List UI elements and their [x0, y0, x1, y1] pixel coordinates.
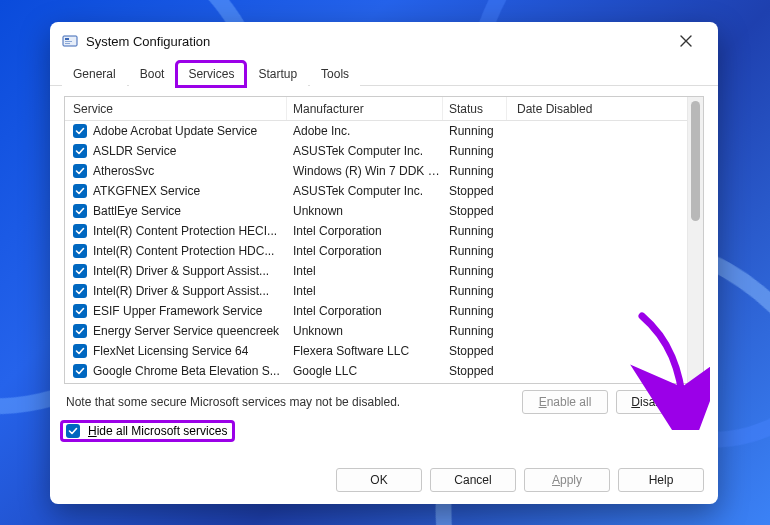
service-manufacturer: Intel [287, 284, 443, 298]
service-manufacturer: Intel Corporation [287, 244, 443, 258]
service-row[interactable]: Intel(R) Driver & Support Assist...Intel… [65, 281, 687, 301]
service-status: Running [443, 164, 507, 178]
dialog-buttons: OK Cancel Apply Help [50, 460, 718, 504]
app-icon [62, 33, 78, 49]
service-status: Running [443, 224, 507, 238]
titlebar: System Configuration [50, 22, 718, 60]
service-row[interactable]: BattlEye ServiceUnknownStopped [65, 201, 687, 221]
row-checkbox[interactable] [73, 144, 87, 158]
service-name: ASLDR Service [93, 144, 176, 158]
row-checkbox[interactable] [73, 184, 87, 198]
service-manufacturer: ASUSTek Computer Inc. [287, 184, 443, 198]
tab-services[interactable]: Services [177, 62, 245, 86]
service-name: Intel(R) Content Protection HDC... [93, 244, 274, 258]
apply-button[interactable]: Apply [524, 468, 610, 492]
row-checkbox[interactable] [73, 264, 87, 278]
column-headers: Service Manufacturer Status Date Disable… [65, 97, 687, 121]
svg-rect-2 [65, 41, 72, 42]
service-row[interactable]: Google Chrome Beta Elevation S...Google … [65, 361, 687, 381]
service-manufacturer: Adobe Inc. [287, 124, 443, 138]
vertical-scrollbar[interactable] [687, 97, 703, 383]
service-row[interactable]: Intel(R) Driver & Support Assist...Intel… [65, 261, 687, 281]
service-manufacturer: Google LLC [287, 364, 443, 378]
service-name: ATKGFNEX Service [93, 184, 200, 198]
tab-strip: GeneralBootServicesStartupTools [50, 60, 718, 86]
secure-services-note: Note that some secure Microsoft services… [66, 395, 400, 409]
service-row[interactable]: Intel(R) Content Protection HECI...Intel… [65, 221, 687, 241]
service-manufacturer: Intel Corporation [287, 224, 443, 238]
service-name: AtherosSvc [93, 164, 154, 178]
window-title: System Configuration [86, 34, 210, 49]
col-date-disabled[interactable]: Date Disabled [507, 97, 657, 120]
hide-microsoft-services-label: Hide all Microsoft services [88, 424, 227, 438]
service-name: ESIF Upper Framework Service [93, 304, 262, 318]
service-name: Intel(R) Driver & Support Assist... [93, 264, 269, 278]
service-rows: Adobe Acrobat Update ServiceAdobe Inc.Ru… [65, 121, 687, 381]
svg-rect-3 [65, 43, 70, 44]
service-status: Running [443, 124, 507, 138]
service-manufacturer: Unknown [287, 204, 443, 218]
service-status: Running [443, 144, 507, 158]
system-configuration-window: System Configuration GeneralBootServices… [50, 22, 718, 504]
help-button[interactable]: Help [618, 468, 704, 492]
row-checkbox[interactable] [73, 284, 87, 298]
service-manufacturer: Windows (R) Win 7 DDK p... [287, 164, 443, 178]
service-manufacturer: Intel [287, 264, 443, 278]
checkbox-icon [66, 424, 80, 438]
service-name: Adobe Acrobat Update Service [93, 124, 257, 138]
service-status: Stopped [443, 204, 507, 218]
service-manufacturer: Unknown [287, 324, 443, 338]
hide-microsoft-services-checkbox[interactable]: Hide all Microsoft services [62, 422, 233, 440]
tab-general[interactable]: General [62, 62, 127, 86]
ok-button[interactable]: OK [336, 468, 422, 492]
service-name: BattlEye Service [93, 204, 181, 218]
disable-all-button[interactable]: Disable all [616, 390, 702, 414]
service-status: Running [443, 324, 507, 338]
service-name: Intel(R) Driver & Support Assist... [93, 284, 269, 298]
service-manufacturer: Intel Corporation [287, 304, 443, 318]
service-status: Stopped [443, 364, 507, 378]
service-status: Running [443, 304, 507, 318]
note-row: Note that some secure Microsoft services… [64, 384, 704, 416]
row-checkbox[interactable] [73, 124, 87, 138]
service-row[interactable]: Energy Server Service queencreekUnknownR… [65, 321, 687, 341]
service-status: Running [443, 284, 507, 298]
row-checkbox[interactable] [73, 244, 87, 258]
row-checkbox[interactable] [73, 164, 87, 178]
close-button[interactable] [666, 26, 706, 56]
service-row[interactable]: FlexNet Licensing Service 64Flexera Soft… [65, 341, 687, 361]
service-name: Energy Server Service queencreek [93, 324, 279, 338]
service-status: Stopped [443, 344, 507, 358]
row-checkbox[interactable] [73, 324, 87, 338]
tab-tools[interactable]: Tools [310, 62, 360, 86]
col-service[interactable]: Service [65, 97, 287, 120]
service-row[interactable]: Intel(R) Content Protection HDC...Intel … [65, 241, 687, 261]
service-row[interactable]: ATKGFNEX ServiceASUSTek Computer Inc.Sto… [65, 181, 687, 201]
row-checkbox[interactable] [73, 364, 87, 378]
row-checkbox[interactable] [73, 204, 87, 218]
service-row[interactable]: AtherosSvcWindows (R) Win 7 DDK p...Runn… [65, 161, 687, 181]
col-status[interactable]: Status [443, 97, 507, 120]
service-status: Running [443, 244, 507, 258]
tab-startup[interactable]: Startup [247, 62, 308, 86]
service-name: Intel(R) Content Protection HECI... [93, 224, 277, 238]
row-checkbox[interactable] [73, 304, 87, 318]
tab-boot[interactable]: Boot [129, 62, 176, 86]
svg-rect-1 [65, 38, 69, 40]
service-manufacturer: Flexera Software LLC [287, 344, 443, 358]
service-status: Stopped [443, 184, 507, 198]
service-row[interactable]: ASLDR ServiceASUSTek Computer Inc.Runnin… [65, 141, 687, 161]
enable-all-button[interactable]: Enable all [522, 390, 608, 414]
col-manufacturer[interactable]: Manufacturer [287, 97, 443, 120]
service-name: Google Chrome Beta Elevation S... [93, 364, 280, 378]
services-grid: Service Manufacturer Status Date Disable… [64, 96, 704, 384]
service-status: Running [443, 264, 507, 278]
cancel-button[interactable]: Cancel [430, 468, 516, 492]
scrollbar-thumb[interactable] [691, 101, 700, 221]
service-row[interactable]: Adobe Acrobat Update ServiceAdobe Inc.Ru… [65, 121, 687, 141]
row-checkbox[interactable] [73, 224, 87, 238]
row-checkbox[interactable] [73, 344, 87, 358]
service-manufacturer: ASUSTek Computer Inc. [287, 144, 443, 158]
service-row[interactable]: ESIF Upper Framework ServiceIntel Corpor… [65, 301, 687, 321]
service-name: FlexNet Licensing Service 64 [93, 344, 248, 358]
